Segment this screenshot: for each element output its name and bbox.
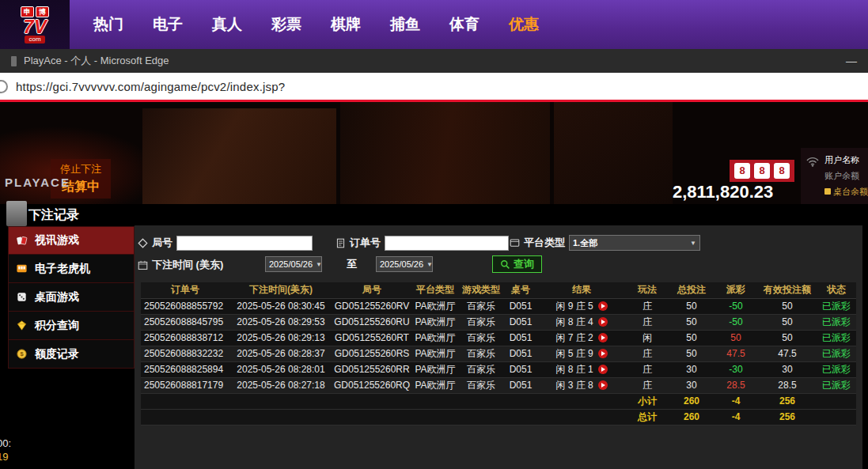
cell-order: 250526088825894 <box>141 361 229 377</box>
round-input[interactable] <box>176 236 313 251</box>
sidebar-item-label: 视讯游戏 <box>35 233 79 248</box>
document-icon <box>335 238 346 248</box>
date-from-select[interactable]: 2025/05/26 ▼ <box>265 256 322 272</box>
avatar <box>6 201 27 226</box>
site-top-nav-bar: 申 博 7V com 热门电子真人彩票棋牌捕鱼体育优惠 <box>0 0 868 49</box>
page-title: 下注记录 <box>28 207 79 224</box>
cell-result: 闲 3 庄 8 <box>538 377 625 393</box>
play-video-icon[interactable] <box>598 317 608 327</box>
table-row: 2505260888322322025-05-26 08:28:37GD0512… <box>141 346 856 361</box>
nav-item-3[interactable]: 真人 <box>212 14 242 35</box>
platform-selected-value: 1.全部 <box>573 237 597 249</box>
cell-game: 百家乐 <box>459 346 503 361</box>
top-nav: 热门电子真人彩票棋牌捕鱼体育优惠 <box>93 14 539 35</box>
die: 8 <box>754 163 770 179</box>
bet-records-table: 订单号下注时间(美东)局号平台类型游戏类型桌号结果玩法总投注派彩有效投注额状态 … <box>141 282 856 426</box>
play-video-icon[interactable] <box>598 301 608 311</box>
cell-valid: 28.5 <box>758 377 817 393</box>
cell-order: 250526088832232 <box>141 346 229 361</box>
sidebar-item-5[interactable]: $额度记录 <box>8 340 135 369</box>
nav-item-7[interactable]: 体育 <box>449 14 479 35</box>
platform-label: 平台类型 <box>524 236 565 250</box>
cell-game: 百家乐 <box>459 361 503 377</box>
order-label: 订单号 <box>350 236 381 250</box>
cell-status: 已派彩 <box>817 346 856 361</box>
cell-order: 250526088845795 <box>141 314 229 330</box>
cell-bet: 50 <box>669 330 714 346</box>
column-header: 下注时间(美东) <box>229 282 332 298</box>
cell-table_no: D051 <box>503 377 538 393</box>
sidebar-item-4[interactable]: 积分查询 <box>8 312 135 340</box>
cell-table_no: D051 <box>503 314 538 330</box>
die: 8 <box>774 163 790 179</box>
cell-time: 2025-05-26 08:30:45 <box>229 298 332 314</box>
sidebar-item-1[interactable]: 视讯游戏 <box>8 226 135 255</box>
cell-play: 庄 <box>625 298 669 314</box>
cell-result: 闲 7 庄 2 <box>538 330 625 346</box>
sidebar-item-3[interactable]: 桌面游戏 <box>8 283 135 312</box>
account-panel: 用户名称 账户余额 桌台余额 <box>801 148 868 204</box>
cell-play: 闲 <box>625 330 669 346</box>
order-input[interactable] <box>385 236 509 251</box>
cell-payout: -50 <box>714 314 758 330</box>
result-text: 闲 8 庄 1 <box>555 364 593 375</box>
cell-play: 庄 <box>625 361 669 377</box>
casino-banner: 停止下注 结算中 PLAYACE 888 2,811,820.23 用户名称 账… <box>0 102 868 204</box>
minimize-button[interactable]: — <box>846 49 857 73</box>
result-text: 闲 9 庄 5 <box>555 301 593 312</box>
nav-item-4[interactable]: 彩票 <box>271 14 301 35</box>
play-video-icon[interactable] <box>598 349 608 358</box>
nav-item-5[interactable]: 棋牌 <box>331 14 361 35</box>
nav-item-8[interactable]: 优惠 <box>509 14 539 35</box>
stop-betting-text: 停止下注 <box>60 162 101 176</box>
url-text[interactable]: https://gci.7vvvvvv.com/agingame/pcv2/in… <box>16 80 285 93</box>
playace-logo: PLAYACE <box>5 176 70 189</box>
date-to-select[interactable]: 2025/05/26 ▼ <box>376 256 433 272</box>
play-video-icon[interactable] <box>598 365 608 374</box>
result-text: 闲 3 庄 8 <box>555 380 593 391</box>
table-balance-label: 桌台余额 <box>824 186 868 198</box>
cell-game: 百家乐 <box>459 314 503 330</box>
cell-valid: 50 <box>758 314 817 330</box>
nav-item-6[interactable]: 捕鱼 <box>390 14 420 35</box>
die: 8 <box>734 163 750 179</box>
bet-time-filter: 下注时间 (美东) <box>138 256 223 274</box>
chevron-down-icon: ▼ <box>690 240 696 247</box>
search-button[interactable]: 查询 <box>492 255 542 273</box>
cell-status: 已派彩 <box>817 298 856 314</box>
order-filter: 订单号 <box>335 234 509 252</box>
banner-art-1 <box>142 108 336 204</box>
site-logo[interactable]: 申 博 7V com <box>0 0 70 49</box>
wifi-icon <box>805 154 820 170</box>
date-from-value: 2025/05/26 <box>269 259 313 269</box>
play-video-icon[interactable] <box>598 333 608 342</box>
cell-round: GD051255260RV <box>332 298 411 314</box>
platform-select[interactable]: 1.全部 ▼ <box>569 235 700 251</box>
total-row: 总计260-4256 <box>141 409 856 425</box>
to-label: 至 <box>347 257 357 271</box>
edge-fragment: 19 <box>0 451 8 463</box>
cell-status: 已派彩 <box>817 314 856 330</box>
window-title: PlayAce - 个人 - Microsoft Edge <box>24 54 169 68</box>
sidebar-item-2[interactable]: 电子老虎机 <box>8 255 135 283</box>
cell-table_no: D051 <box>503 346 538 361</box>
result-text: 闲 7 庄 2 <box>555 332 593 343</box>
cell-valid: 50 <box>758 330 817 346</box>
main-content: 00:19存取卡欢竞多面 下注记录 视讯游戏电子老虎机桌面游戏积分查询$额度记录… <box>0 204 868 469</box>
cell-valid: 30 <box>758 361 817 377</box>
subtotal-row: 小计260-4256 <box>141 393 856 409</box>
nav-item-1[interactable]: 热门 <box>93 14 123 35</box>
logo-7v: 7V <box>23 18 46 36</box>
result-text: 闲 5 庄 9 <box>555 348 593 359</box>
platform-icon <box>510 238 520 248</box>
reload-icon[interactable] <box>0 80 8 93</box>
window-title-bar: PlayAce - 个人 - Microsoft Edge — <box>0 49 868 73</box>
table-row: 2505260888457952025-05-26 08:29:53GD0512… <box>141 314 856 330</box>
cell-payout: 47.5 <box>714 346 758 361</box>
cell-play: 庄 <box>625 377 669 393</box>
column-header: 桌号 <box>503 282 538 298</box>
play-video-icon[interactable] <box>598 380 608 390</box>
nav-item-2[interactable]: 电子 <box>153 14 183 35</box>
cell-platform: PA欧洲厅 <box>411 298 459 314</box>
table-row: 2505260888171792025-05-26 08:27:18GD0512… <box>141 377 856 393</box>
